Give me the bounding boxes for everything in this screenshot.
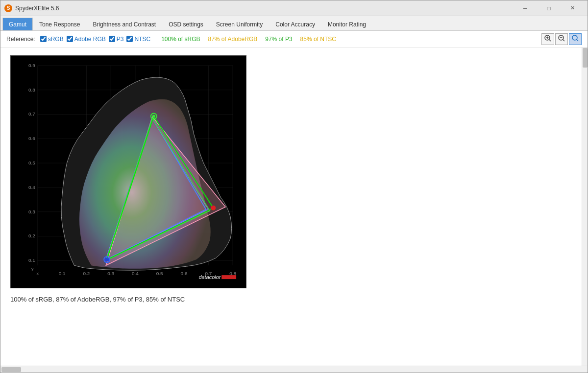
adobe-rgb-checkbox[interactable] bbox=[67, 36, 73, 42]
svg-rect-58 bbox=[221, 275, 236, 279]
adobe-stat: 87% of AdobeRGB bbox=[208, 36, 258, 43]
svg-text:0.6: 0.6 bbox=[28, 136, 35, 141]
tab-gamut[interactable]: Gamut bbox=[2, 18, 33, 30]
scroll-thumb[interactable] bbox=[583, 48, 588, 68]
tab-bar: Gamut Tone Response Brightness and Contr… bbox=[0, 16, 588, 31]
ntsc-stat: 85% of NTSC bbox=[300, 36, 336, 43]
gamut-svg: 0.9 0.8 0.7 0.6 0.5 0.4 0.3 0.2 0.1 y bbox=[11, 56, 246, 288]
p3-checkbox[interactable] bbox=[109, 36, 115, 42]
svg-text:0.2: 0.2 bbox=[83, 271, 90, 276]
title-bar: S SpyderXElite 5.6 ─ □ ✕ bbox=[0, 0, 588, 16]
gamut-chart-container: 0.9 0.8 0.7 0.6 0.5 0.4 0.3 0.2 0.1 y bbox=[10, 55, 246, 288]
zoom-fit-icon bbox=[571, 34, 579, 44]
svg-text:datacolor: datacolor bbox=[198, 274, 221, 280]
svg-point-53 bbox=[152, 115, 155, 117]
vertical-scrollbar[interactable] bbox=[582, 47, 588, 366]
p3-stat: 97% of P3 bbox=[265, 36, 292, 43]
adobe-rgb-checkbox-item[interactable]: Adobe RGB bbox=[67, 36, 106, 43]
chart-description: 100% of sRGB, 87% of AdobeRGB, 97% of P3… bbox=[10, 296, 572, 303]
svg-text:0.3: 0.3 bbox=[107, 271, 114, 276]
main-window: S SpyderXElite 5.6 ─ □ ✕ Gamut Tone Resp… bbox=[0, 0, 588, 373]
svg-text:0.2: 0.2 bbox=[28, 233, 35, 238]
svg-text:0.5: 0.5 bbox=[156, 271, 163, 276]
window-controls: ─ □ ✕ bbox=[514, 1, 584, 16]
svg-text:0.8: 0.8 bbox=[28, 87, 35, 93]
ntsc-checkbox[interactable] bbox=[126, 36, 133, 42]
srgb-label: sRGB bbox=[48, 36, 64, 43]
zoom-fit-button[interactable] bbox=[569, 33, 582, 45]
ntsc-checkbox-item[interactable]: NTSC bbox=[126, 36, 150, 43]
zoom-in-icon bbox=[544, 34, 552, 44]
horizontal-scrollbar[interactable] bbox=[0, 366, 588, 373]
h-scroll-thumb[interactable] bbox=[1, 367, 21, 372]
svg-text:0.9: 0.9 bbox=[28, 63, 35, 68]
svg-text:0.5: 0.5 bbox=[28, 160, 35, 165]
tab-osd-settings[interactable]: OSD settings bbox=[162, 18, 210, 30]
adobe-rgb-label: Adobe RGB bbox=[74, 36, 106, 43]
svg-text:x: x bbox=[36, 271, 39, 276]
svg-point-55 bbox=[105, 257, 109, 261]
close-button[interactable]: ✕ bbox=[561, 1, 584, 16]
svg-point-56 bbox=[211, 206, 216, 210]
main-content: 0.9 0.8 0.7 0.6 0.5 0.4 0.3 0.2 0.1 y bbox=[0, 47, 582, 366]
tab-tone-response[interactable]: Tone Response bbox=[33, 18, 86, 30]
srgb-checkbox[interactable] bbox=[40, 36, 47, 42]
gamut-chart: 0.9 0.8 0.7 0.6 0.5 0.4 0.3 0.2 0.1 y bbox=[10, 55, 246, 288]
svg-text:0.1: 0.1 bbox=[59, 271, 66, 276]
minimize-button[interactable]: ─ bbox=[514, 1, 537, 16]
p3-label: P3 bbox=[117, 36, 124, 43]
reference-toolbar: Reference: sRGB Adobe RGB P3 NTSC 100% o… bbox=[0, 31, 588, 47]
svg-text:0.4: 0.4 bbox=[28, 185, 35, 190]
svg-text:0.6: 0.6 bbox=[181, 271, 188, 276]
window-title: SpyderXElite 5.6 bbox=[15, 5, 514, 12]
p3-checkbox-item[interactable]: P3 bbox=[109, 36, 124, 43]
svg-text:0.4: 0.4 bbox=[132, 271, 139, 276]
svg-text:0.3: 0.3 bbox=[28, 209, 35, 214]
svg-text:0.1: 0.1 bbox=[28, 257, 35, 263]
tab-monitor-rating[interactable]: Monitor Rating bbox=[321, 18, 372, 30]
content-area: 0.9 0.8 0.7 0.6 0.5 0.4 0.3 0.2 0.1 y bbox=[0, 47, 588, 366]
ntsc-label: NTSC bbox=[134, 36, 150, 43]
tab-color-accuracy[interactable]: Color Accuracy bbox=[269, 18, 321, 30]
tab-screen-uniformity[interactable]: Screen Uniformity bbox=[210, 18, 269, 30]
srgb-checkbox-item[interactable]: sRGB bbox=[40, 36, 64, 43]
svg-line-8 bbox=[577, 40, 579, 42]
svg-line-1 bbox=[549, 40, 551, 42]
app-icon: S bbox=[4, 4, 12, 12]
svg-line-5 bbox=[563, 40, 565, 42]
svg-text:y: y bbox=[31, 266, 34, 271]
tab-brightness-contrast[interactable]: Brightness and Contrast bbox=[86, 18, 162, 30]
svg-text:0.7: 0.7 bbox=[28, 111, 35, 117]
zoom-out-button[interactable] bbox=[555, 33, 568, 45]
maximize-button[interactable]: □ bbox=[538, 1, 560, 16]
zoom-in-button[interactable] bbox=[541, 33, 554, 45]
srgb-stat: 100% of sRGB bbox=[161, 36, 200, 43]
reference-label: Reference: bbox=[6, 36, 35, 43]
zoom-out-icon bbox=[558, 34, 565, 44]
zoom-controls bbox=[541, 33, 582, 45]
